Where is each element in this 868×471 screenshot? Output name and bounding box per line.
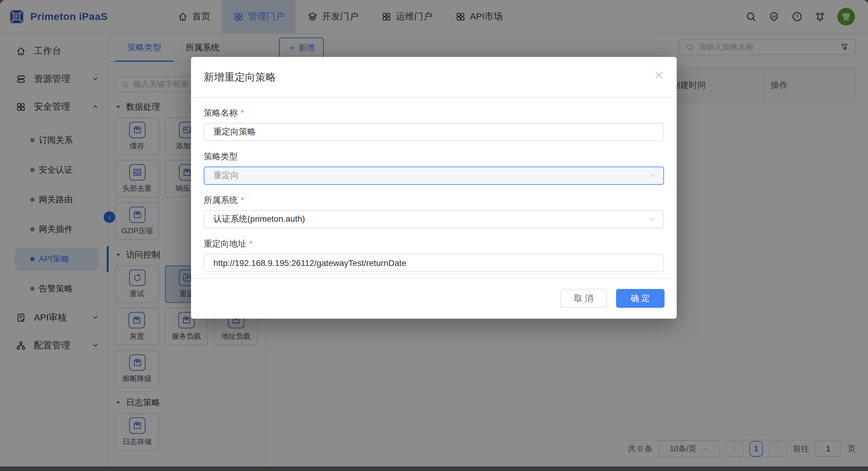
chevron-down-icon (649, 216, 656, 223)
policy-type-label: 策略类型 (204, 152, 664, 162)
field-policy-name: 策略名称* 重定向策略 (204, 108, 664, 141)
policy-type-value: 重定向 (213, 170, 239, 181)
field-redirect-address: 重定向地址* http://192.168.9.195:26112/gatewa… (204, 239, 664, 272)
app-window: P Primeton iPaaS 首页管理门户开发门户运维门户API市场 AI?… (0, 0, 868, 467)
dialog-footer: 取 消 确 定 (191, 278, 677, 318)
redirect-address-input[interactable]: http://192.168.9.195:26112/gatewayTest/r… (204, 254, 664, 272)
cancel-button[interactable]: 取 消 (560, 289, 607, 308)
redirect-address-label: 重定向地址* (204, 239, 664, 249)
required-marker: * (249, 239, 252, 248)
policy-name-input[interactable]: 重定向策略 (204, 123, 664, 141)
policy-name-label: 策略名称* (204, 108, 664, 119)
chevron-down-icon (649, 172, 656, 179)
field-owner-system: 所属系统* 认证系统(primeton.auth) (204, 195, 664, 228)
owner-system-select[interactable]: 认证系统(primeton.auth) (204, 210, 664, 228)
dialog-header-divider (191, 97, 677, 98)
owner-system-value: 认证系统(primeton.auth) (213, 214, 305, 225)
required-marker: * (241, 195, 244, 205)
redirect-address-value: http://192.168.9.195:26112/gatewayTest/r… (213, 258, 406, 268)
owner-system-label: 所属系统* (204, 195, 664, 206)
policy-name-value: 重定向策略 (213, 127, 256, 137)
dialog-add-redirect-policy: 新增重定向策略 策略名称* 重定向策略 策略类型 (191, 57, 677, 318)
close-icon[interactable] (653, 69, 665, 81)
required-marker: * (241, 108, 244, 117)
policy-type-select[interactable]: 重定向 (204, 167, 664, 185)
confirm-button[interactable]: 确 定 (616, 289, 664, 308)
dialog-title: 新增重定向策略 (204, 70, 276, 84)
page-stage: P Primeton iPaaS 首页管理门户开发门户运维门户API市场 AI?… (0, 0, 868, 471)
field-policy-type: 策略类型 重定向 (204, 152, 664, 185)
